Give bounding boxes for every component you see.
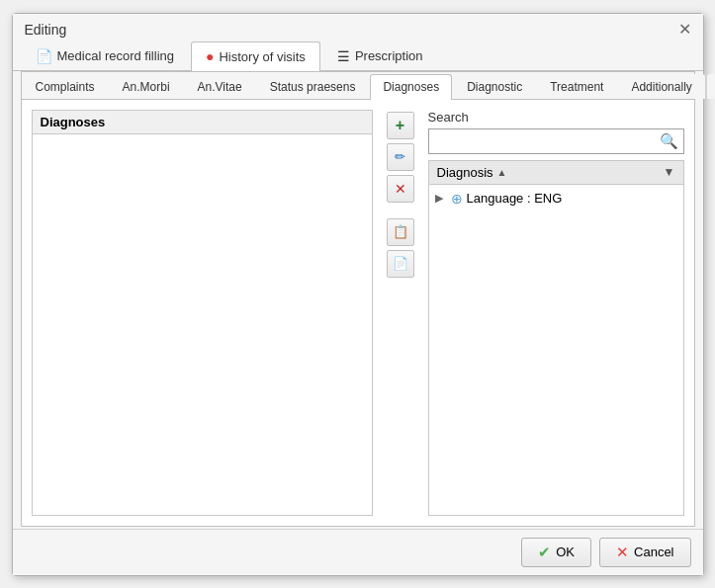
tab-history-label: History of visits [219,49,305,64]
content-area: Complaints An.Morbi An.Vitae Status prae… [21,71,695,527]
paste-from-button[interactable]: 📄 [387,250,414,278]
ok-label: OK [556,545,575,559]
edit-icon: ✏ [395,149,405,164]
search-row: Search 🔍 [428,110,684,154]
tree-row-language[interactable]: ▶ ⊕ Language : ENG [429,187,683,210]
prescription-icon: ☰ [337,48,350,64]
copy-to-button[interactable]: 📋 [387,218,414,246]
medical-record-icon: 📄 [36,48,52,64]
subtab-diagnostic[interactable]: Diagnostic [454,74,535,99]
sort-icon: ▲ [497,167,507,178]
history-icon: ● [206,48,214,64]
subtab-diagnoses[interactable]: Diagnoses [370,74,452,100]
tab-history-of-visits[interactable]: ● History of visits [191,42,320,71]
tab-medical-record[interactable]: 📄 Medical record filling [21,42,190,70]
delete-icon: ✕ [395,181,406,197]
diagnoses-list-body [33,134,372,515]
filter-icon[interactable]: ▼ [664,165,675,179]
search-label: Search [428,110,684,125]
action-toolbar: + ✏ ✕ 📋 📄 [383,112,418,516]
tab-prescription-label: Prescription [355,48,423,63]
subtab-result[interactable]: Result [707,74,715,99]
ok-icon: ✔ [538,544,551,561]
copy-icon: 📋 [393,224,408,239]
node-icon: ⊕ [451,191,463,207]
tree-header-label: Diagnosis [437,165,493,180]
tree-node-label: Language : ENG [467,191,563,206]
ok-button[interactable]: ✔ OK [521,538,591,567]
search-icon: 🔍 [660,132,678,149]
diagnosis-tree: Diagnosis ▲ ▼ ▶ ⊕ Language : ENG [428,160,684,516]
search-input[interactable] [429,131,655,150]
search-panel: Search 🔍 Diagnosis ▲ [428,110,684,516]
subtab-additionally[interactable]: Additionally [618,74,704,99]
main-panel: Diagnoses + ✏ ✕ 📋 📄 [22,100,694,526]
cancel-label: Cancel [634,545,673,559]
editing-dialog: Editing ✕ 📄 Medical record filling ● His… [12,13,704,576]
close-button[interactable]: ✕ [678,22,691,38]
top-tab-bar: 📄 Medical record filling ● History of vi… [13,42,703,71]
tree-body: ▶ ⊕ Language : ENG [429,185,683,515]
expand-icon: ▶ [435,192,447,205]
tab-medical-record-label: Medical record filling [57,48,175,63]
subtab-an-vitae[interactable]: An.Vitae [185,74,255,99]
diagnoses-list-panel: Diagnoses [32,110,373,516]
bottom-bar: ✔ OK ✕ Cancel [13,529,703,575]
cancel-icon: ✕ [616,544,629,561]
edit-button[interactable]: ✏ [387,143,414,171]
title-bar: Editing ✕ [13,14,703,42]
dialog-title: Editing [25,22,67,38]
sub-tab-bar: Complaints An.Morbi An.Vitae Status prae… [22,72,694,100]
delete-button[interactable]: ✕ [387,175,414,203]
subtab-treatment[interactable]: Treatment [537,74,616,99]
search-button[interactable]: 🔍 [655,130,683,152]
tree-header: Diagnosis ▲ ▼ [429,161,683,185]
subtab-an-morbi[interactable]: An.Morbi [110,74,183,99]
add-button[interactable]: + [387,112,414,139]
paste-icon: 📄 [393,256,408,271]
cancel-button[interactable]: ✕ Cancel [599,538,690,567]
plus-icon: + [396,117,404,134]
subtab-complaints[interactable]: Complaints [23,74,108,99]
subtab-status-praesens[interactable]: Status praesens [257,74,369,99]
search-input-wrap: 🔍 [428,128,684,154]
diagnoses-list-header: Diagnoses [33,111,372,134]
tab-prescription[interactable]: ☰ Prescription [322,42,438,70]
